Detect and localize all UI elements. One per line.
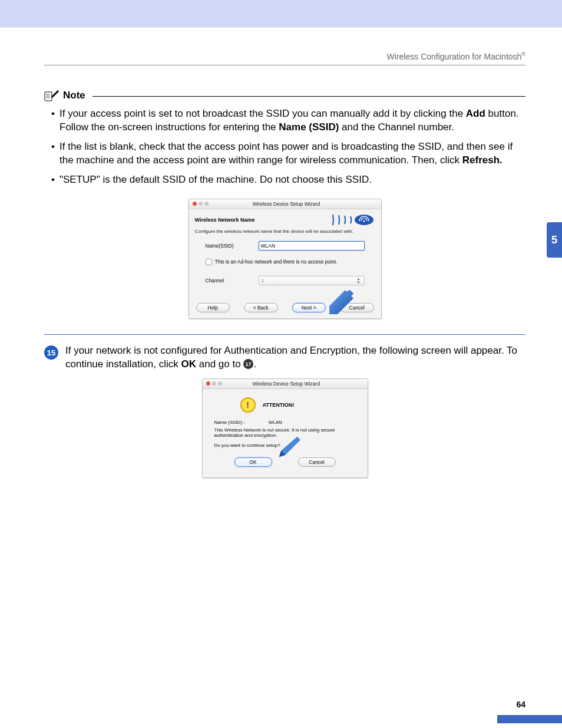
step-15-badge: 15	[44, 345, 58, 360]
dialog1-title: Wireless Device Setup Wizard	[196, 201, 378, 207]
dialog1-desc: Configure the wireless network name that…	[189, 229, 381, 241]
dialog1-wrap: Wireless Device Setup Wizard Wireless Ne…	[44, 199, 525, 319]
attention-dialog: Wireless Device Setup Wizard ! ATTENTION…	[202, 378, 368, 478]
dialog1-header: Wireless Network Name	[189, 209, 381, 229]
svg-point-5	[363, 220, 365, 222]
channel-row: Channel 1 ▲▼	[206, 276, 365, 285]
section-divider	[44, 334, 525, 335]
back-button[interactable]: < Back	[244, 303, 278, 312]
step-15-text: If your network is not configured for Au…	[65, 344, 525, 371]
channel-select[interactable]: 1 ▲▼	[259, 276, 365, 285]
name-ssid-label: Name(SSID)	[206, 243, 259, 249]
bottom-blue-bar	[497, 715, 562, 723]
wireless-network-name-dialog: Wireless Device Setup Wizard Wireless Ne…	[189, 199, 382, 319]
channel-label: Channel	[206, 278, 259, 284]
adhoc-label: This is an Ad-hoc network and there is n…	[215, 259, 338, 265]
note-item-2: If the list is blank, check that the acc…	[51, 140, 525, 167]
chapter-tab: 5	[547, 222, 562, 258]
page-number: 64	[516, 700, 525, 709]
dialog1-titlebar: Wireless Device Setup Wizard	[189, 199, 381, 209]
svg-text:15: 15	[47, 348, 55, 357]
registered-mark: ®	[521, 51, 525, 57]
arrow-indicator-icon-2	[277, 436, 300, 459]
step-15-row: 15 If your network is not configured for…	[44, 344, 525, 371]
stepper-arrows-icon: ▲▼	[356, 277, 362, 284]
ssid-value: WLAN	[269, 420, 282, 425]
dialog2-body: ! ATTENTION! Name (SSID) : WLAN This Wir…	[203, 389, 368, 477]
note-item-1: If your access point is set to not broad…	[51, 107, 525, 134]
attention-row: ! ATTENTION!	[240, 397, 356, 413]
name-ssid-row: Name(SSID)	[206, 241, 365, 251]
note-item-3: "SETUP" is the default SSID of the machi…	[51, 173, 525, 187]
next-button[interactable]: Next >	[292, 303, 326, 312]
content-area: Note If your access point is set to not …	[44, 90, 525, 478]
adhoc-row: This is an Ad-hoc network and there is n…	[206, 259, 365, 265]
page-body: Wireless Configuration for Macintosh® 5 …	[0, 28, 562, 728]
note-icon	[44, 90, 59, 101]
attention-icon: !	[240, 397, 256, 413]
attention-label: ATTENTION!	[263, 402, 295, 408]
header-title: Wireless Configuration for Macintosh	[387, 52, 522, 61]
dialog2-title: Wireless Device Setup Wizard	[209, 381, 364, 387]
dialog1-heading: Wireless Network Name	[195, 217, 255, 223]
help-button[interactable]: Help	[196, 303, 230, 312]
note-list: If your access point is set to not broad…	[51, 107, 525, 187]
svg-rect-0	[45, 92, 52, 101]
svg-text:17: 17	[246, 361, 252, 367]
dialog2-wrap: Wireless Device Setup Wizard ! ATTENTION…	[44, 378, 525, 478]
cancel-button-2[interactable]: Cancel	[298, 457, 336, 467]
ok-button[interactable]: OK	[234, 457, 272, 467]
note-label: Note	[63, 90, 85, 101]
note-header: Note	[44, 90, 525, 101]
channel-value: 1	[262, 278, 265, 284]
note-rule	[92, 96, 525, 97]
dialog2-titlebar: Wireless Device Setup Wizard	[203, 379, 368, 389]
wifi-graphic-icon	[322, 213, 375, 226]
top-blue-bar	[0, 0, 562, 28]
ssid-label: Name (SSID) :	[214, 420, 267, 425]
ssid-line: Name (SSID) : WLAN	[214, 420, 356, 425]
page-header: Wireless Configuration for Macintosh®	[44, 51, 525, 65]
adhoc-checkbox[interactable]	[206, 259, 212, 265]
arrow-indicator-icon	[328, 289, 353, 315]
goto-step-badge: 17	[243, 359, 253, 369]
name-ssid-input[interactable]	[259, 241, 365, 251]
